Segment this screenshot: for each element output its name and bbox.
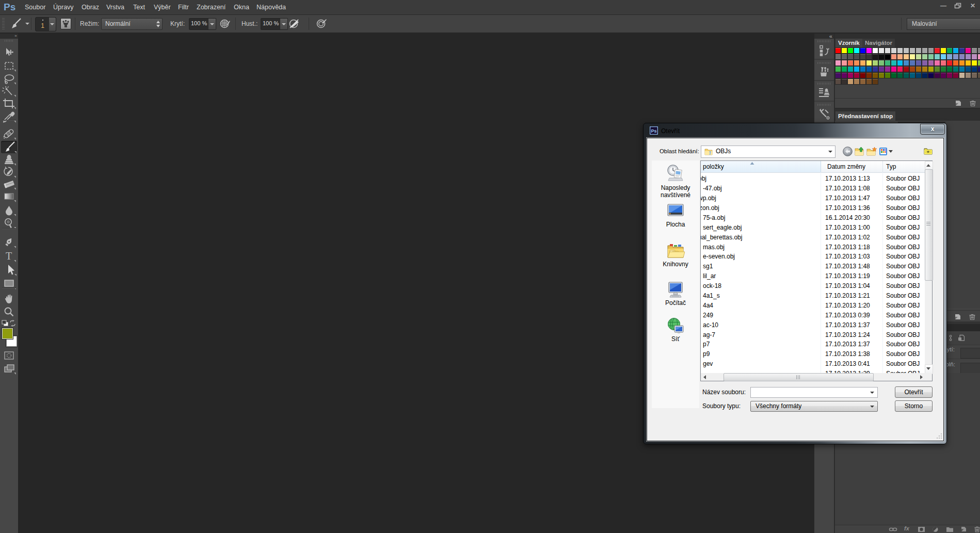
svg-text:Ps: Ps (651, 128, 656, 134)
svg-text:T: T (6, 250, 12, 262)
